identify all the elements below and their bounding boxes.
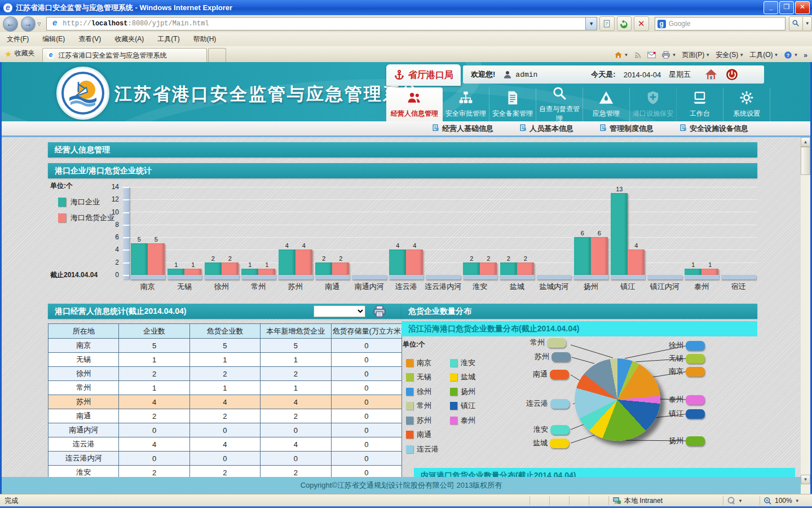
scroll-down-button[interactable]: ▼ bbox=[801, 475, 810, 484]
close-button[interactable]: ✕ bbox=[795, 1, 810, 14]
minimize-button[interactable]: _ bbox=[764, 1, 778, 14]
laptop-icon bbox=[692, 90, 707, 107]
table-row-南京[interactable]: 南京5550 bbox=[48, 339, 402, 353]
tools-menu[interactable]: 工具(O)▼ bbox=[749, 50, 778, 60]
chevron-more-icon[interactable]: » bbox=[804, 51, 807, 59]
new-tab-button[interactable] bbox=[208, 48, 226, 62]
bar-海口企业-镇江 bbox=[611, 193, 628, 275]
bar-chart-y-axis: 14121086420 bbox=[102, 183, 119, 279]
today-date: 2014-04-04 bbox=[624, 71, 661, 79]
back-button[interactable]: ← bbox=[3, 16, 18, 32]
table-print-icon[interactable] bbox=[373, 305, 386, 318]
table-row-南通[interactable]: 南通2220 bbox=[48, 409, 402, 423]
menu-item-1[interactable]: 编辑(E) bbox=[36, 32, 72, 46]
search-options-dropdown[interactable]: ▼ bbox=[803, 16, 812, 31]
forward-button[interactable]: → bbox=[21, 16, 36, 32]
tab-港口设施保安[interactable]: 港口设施保安 bbox=[630, 87, 677, 121]
bureau-tab[interactable]: 省厅港口局 bbox=[386, 64, 461, 86]
search-button[interactable] bbox=[789, 16, 804, 31]
pie-legend-常州: 常州 bbox=[406, 399, 450, 414]
table-row-苏州[interactable]: 苏州4440 bbox=[48, 395, 402, 409]
pie-legend-南通: 南通 bbox=[406, 428, 450, 443]
subnav-item-人员基本信息[interactable]: 人员基本信息 bbox=[519, 124, 573, 134]
help-button[interactable]: ?▼ bbox=[784, 51, 798, 59]
address-bar: ← → ▽ e http://localhost:8080/yjpt/Main.… bbox=[0, 15, 812, 32]
tab-安全备案管理[interactable]: 安全备案管理 bbox=[489, 87, 536, 121]
browser-tab[interactable]: e 江苏省港口安全监管与应急管理系统 bbox=[42, 48, 207, 62]
menu-item-4[interactable]: 工具(T) bbox=[151, 32, 186, 46]
app-header-banner: 江苏省港口安全监管与应急管理系统 省厅港口局 欢迎您! admin 今天是: 2… bbox=[2, 62, 810, 121]
bar-group-连云港内河: 连云港内河 bbox=[425, 187, 462, 275]
table-row-南通内河[interactable]: 南通内河0000 bbox=[48, 423, 402, 437]
favorites-star-icon[interactable]: ★ bbox=[5, 49, 12, 59]
operator-table-panel: 港口经营人信息统计(截止2014.04.04) 所在地企业数危货企业数本年新增危… bbox=[48, 304, 402, 477]
tab-自查与督查管理[interactable]: 自查与督查管理 bbox=[536, 87, 583, 121]
history-dropdown-icon[interactable]: ▽ bbox=[37, 21, 41, 27]
pie-callout-徐州: 徐州 bbox=[669, 340, 705, 351]
pie-section-title: 危货企业数量分布 bbox=[401, 304, 757, 319]
intranet-computer-icon bbox=[612, 497, 621, 505]
svg-text:?: ? bbox=[787, 52, 789, 58]
home-button[interactable]: ▼ bbox=[614, 51, 628, 59]
bar-海口危货企业-泰州 bbox=[701, 269, 718, 275]
table-row-连云港[interactable]: 连云港4440 bbox=[48, 437, 402, 452]
anchor-icon bbox=[394, 69, 405, 81]
compatibility-view-button[interactable] bbox=[599, 16, 615, 31]
refresh-button[interactable] bbox=[617, 16, 632, 31]
scrollbar-thumb[interactable] bbox=[801, 147, 810, 175]
bar-海口危货企业-徐州 bbox=[222, 262, 239, 275]
menu-item-0[interactable]: 文件(F) bbox=[0, 32, 36, 46]
tab-系统设置[interactable]: 系统设置 bbox=[723, 87, 770, 121]
tab-经营人信息管理[interactable]: 经营人信息管理 bbox=[386, 87, 443, 121]
bar-group-盐城: 22盐城 bbox=[498, 187, 536, 275]
bar-group-徐州: 22徐州 bbox=[203, 187, 240, 275]
home-shortcut-icon[interactable] bbox=[704, 68, 718, 81]
bar-海口危货企业-南通 bbox=[332, 262, 349, 275]
table-row-无锡[interactable]: 无锡1110 bbox=[48, 353, 402, 367]
menu-item-2[interactable]: 查看(V) bbox=[72, 32, 108, 46]
url-input[interactable]: e http://localhost:8080/yjpt/Main.html bbox=[46, 17, 586, 30]
stop-button[interactable]: ✕ bbox=[634, 16, 649, 31]
subnav-item-安全设施设备信息[interactable]: 安全设施设备信息 bbox=[679, 124, 748, 134]
welcome-label: 欢迎您! bbox=[471, 69, 495, 80]
legend-item-port-enterprise: 海口企业 bbox=[58, 197, 100, 207]
tab-应急管理[interactable]: 应急管理 bbox=[583, 87, 630, 121]
maximize-button[interactable]: ❐ bbox=[779, 1, 794, 14]
logout-power-icon[interactable] bbox=[726, 68, 738, 81]
protected-mode-control[interactable]: ▼ bbox=[723, 496, 756, 505]
tab-工作台[interactable]: 工作台 bbox=[677, 87, 723, 121]
bar-group-宿迁: 宿迁 bbox=[720, 187, 757, 275]
table-row-连云港内河[interactable]: 连云港内河0000 bbox=[48, 452, 402, 466]
scroll-up-button[interactable]: ▲ bbox=[801, 137, 810, 147]
table-filter-select[interactable] bbox=[314, 305, 365, 317]
safety-menu[interactable]: 安全(S)▼ bbox=[716, 50, 744, 60]
tab-安全审批管理[interactable]: 安全审批管理 bbox=[443, 87, 489, 121]
ie-icon: e bbox=[47, 51, 55, 59]
subnav-item-经营人基础信息[interactable]: 经营人基础信息 bbox=[432, 124, 493, 134]
bar-海口企业-淮安 bbox=[463, 262, 480, 275]
zoom-control[interactable]: 100% ▼ bbox=[760, 496, 812, 505]
search-input[interactable]: g Google bbox=[655, 17, 785, 30]
print-button[interactable]: ▼ bbox=[661, 51, 676, 59]
menu-item-5[interactable]: 帮助(H) bbox=[187, 32, 223, 46]
table-row-常州[interactable]: 常州1110 bbox=[48, 381, 402, 395]
menu-item-3[interactable]: 收藏夹(A) bbox=[108, 32, 151, 46]
welcome-bar: 欢迎您! admin 今天是: 2014-04-04 星期五 bbox=[463, 65, 764, 84]
window-titlebar: e 江苏省港口安全监管与应急管理系统 - Windows Internet Ex… bbox=[0, 0, 812, 15]
mail-button[interactable] bbox=[647, 51, 656, 59]
rss-button[interactable] bbox=[634, 51, 642, 59]
pie-unit-label: 单位:个 bbox=[403, 340, 425, 349]
vertical-scrollbar[interactable]: ▲ ▼ bbox=[801, 137, 810, 494]
bar-海口企业-徐州 bbox=[205, 262, 222, 275]
favorites-label[interactable]: 收藏夹 bbox=[14, 49, 34, 58]
username: admin bbox=[515, 71, 537, 79]
today-label: 今天是: bbox=[591, 69, 615, 80]
table-row-淮安[interactable]: 淮安2220 bbox=[48, 466, 402, 478]
bar-海口企业-泰州 bbox=[685, 269, 701, 275]
subnav-item-管理制度信息[interactable]: 管理制度信息 bbox=[599, 124, 654, 134]
bar-海口危货企业-连云港 bbox=[406, 249, 423, 275]
table-row-徐州[interactable]: 徐州2220 bbox=[48, 367, 402, 381]
url-dropdown-button[interactable]: ▼ bbox=[586, 17, 597, 30]
pie-callout-苏州: 苏州 bbox=[535, 352, 571, 362]
page-menu[interactable]: 页面(P)▼ bbox=[682, 50, 710, 60]
